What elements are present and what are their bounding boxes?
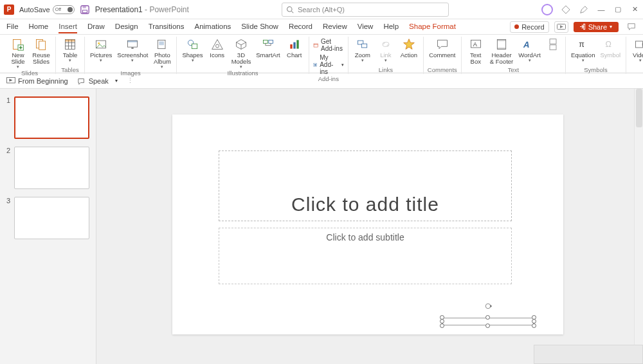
slide-thumbnail[interactable] xyxy=(14,96,89,139)
screenshot-button[interactable]: Screenshot▾ xyxy=(116,37,149,63)
document-title: Presentation1 - PowerPoint xyxy=(95,5,189,14)
tab-view[interactable]: View xyxy=(358,21,374,33)
maximize-button[interactable]: ▢ xyxy=(613,5,622,15)
my-addins-button[interactable]: My Add-ins▾ xyxy=(313,54,344,75)
shapes-button[interactable]: Shapes▾ xyxy=(181,37,204,63)
tab-animations[interactable]: Animations xyxy=(194,21,231,33)
comments-pane-icon[interactable] xyxy=(626,22,637,32)
svg-rect-35 xyxy=(269,40,273,43)
tab-shape-format[interactable]: Shape Format xyxy=(409,21,456,33)
slide-thumbnail[interactable] xyxy=(14,197,89,239)
svg-point-3 xyxy=(287,6,292,12)
from-beginning-button[interactable]: From Beginning xyxy=(6,77,68,85)
record-dot-icon xyxy=(514,24,519,29)
save-icon[interactable] xyxy=(80,5,90,15)
get-addins-button[interactable]: Get Add-ins xyxy=(313,38,344,52)
svg-rect-2 xyxy=(82,10,87,12)
smartart-button[interactable]: SmartArt xyxy=(255,37,281,59)
search-input[interactable]: Search (Alt+Q) xyxy=(282,3,449,17)
resize-handle[interactable] xyxy=(440,319,444,323)
wordart-button[interactable]: AWordArt▾ xyxy=(517,37,542,63)
svg-rect-14 xyxy=(39,41,46,50)
slide-canvas-area[interactable]: Click to add title Click to add subtitle xyxy=(96,89,643,364)
zoom-icon xyxy=(356,38,369,51)
svg-rect-48 xyxy=(497,40,505,42)
svg-rect-41 xyxy=(314,64,316,65)
text-box-button[interactable]: ATextBox xyxy=(466,37,486,66)
resize-handle[interactable] xyxy=(485,315,490,320)
chart-button[interactable]: Chart xyxy=(284,37,305,59)
thumb-number: 2 xyxy=(6,147,14,189)
tab-home[interactable]: Home xyxy=(29,21,49,33)
group-label: Comments xyxy=(428,66,457,74)
subtitle-placeholder[interactable]: Click to add subtitle xyxy=(219,228,512,284)
slide[interactable]: Click to add title Click to add subtitle xyxy=(172,114,563,334)
group-label: Slides xyxy=(21,69,38,77)
present-from-beginning-button[interactable] xyxy=(554,21,568,33)
new-slide-button[interactable]: NewSlide▾ xyxy=(8,37,28,69)
pictures-button[interactable]: Pictures▾ xyxy=(89,37,113,63)
text-more-button[interactable] xyxy=(545,37,561,52)
svg-point-31 xyxy=(215,44,219,48)
svg-rect-34 xyxy=(263,40,267,43)
close-button[interactable]: ✕ xyxy=(630,5,639,15)
share-button[interactable]: Share▾ xyxy=(574,22,619,32)
tab-design[interactable]: Design xyxy=(115,21,138,33)
tab-draw[interactable]: Draw xyxy=(87,21,105,33)
speak-button[interactable]: Speak▾ xyxy=(77,77,118,85)
photo-album-button[interactable]: PhotoAlbum▾ xyxy=(152,37,172,69)
diamond-icon[interactable] xyxy=(561,5,571,15)
tab-slide-show[interactable]: Slide Show xyxy=(241,21,278,33)
slide-thumbnail[interactable] xyxy=(14,147,89,189)
table-button[interactable]: Table▾ xyxy=(60,37,80,63)
action-icon xyxy=(403,38,415,51)
symbol-button[interactable]: ΩSymbol xyxy=(599,37,622,59)
autosave-state: Off xyxy=(55,7,61,12)
pictures-icon xyxy=(95,38,107,51)
resize-handle[interactable] xyxy=(485,323,490,328)
group-label: Add-ins xyxy=(318,75,339,83)
resize-handle[interactable] xyxy=(532,323,536,328)
group-text: ATextBox Header& Footer AWordArt▾ Text xyxy=(462,37,566,74)
slide-thumbnail-panel[interactable]: 123 xyxy=(0,89,96,364)
ribbon-tabs: FileHomeInsertDrawDesignTransitionsAnima… xyxy=(0,19,643,35)
table-icon xyxy=(64,38,77,51)
header-footer-button[interactable]: Header& Footer xyxy=(489,37,514,66)
svg-marker-7 xyxy=(560,25,563,28)
vertical-scrollbar[interactable] xyxy=(634,89,643,364)
tab-record[interactable]: Record xyxy=(289,21,312,33)
icons-button[interactable]: Icons xyxy=(207,37,228,59)
minimize-button[interactable]: — xyxy=(597,5,606,15)
svg-text:A: A xyxy=(473,41,478,48)
pen-icon[interactable] xyxy=(579,5,589,15)
equation-button[interactable]: πEquation▾ xyxy=(570,37,597,63)
3d-models-button[interactable]: 3DModels▾ xyxy=(230,37,253,69)
link-button[interactable]: Link▾ xyxy=(376,37,396,63)
action-button[interactable]: Action xyxy=(399,37,419,59)
title-placeholder[interactable]: Click to add title xyxy=(219,150,512,221)
tab-insert[interactable]: Insert xyxy=(59,21,77,33)
video-button[interactable]: Video▾ xyxy=(630,37,643,63)
autosave-label: AutoSave xyxy=(19,6,50,14)
tab-review[interactable]: Review xyxy=(323,21,347,33)
zoom-button[interactable]: Zoom▾ xyxy=(352,37,373,63)
tab-file[interactable]: File xyxy=(6,21,19,33)
smartart-icon xyxy=(262,38,275,51)
resize-handle[interactable] xyxy=(532,319,536,323)
svg-rect-27 xyxy=(159,42,164,45)
autosave-toggle[interactable]: Off xyxy=(53,5,75,14)
group-links: Zoom▾ Link▾ Action Links xyxy=(349,37,424,74)
group-symbols: πEquation▾ ΩSymbol Symbols xyxy=(566,37,626,74)
title-placeholder-text: Click to add title xyxy=(291,194,439,215)
selected-text-box[interactable] xyxy=(442,318,534,325)
svg-marker-62 xyxy=(9,78,12,81)
record-button[interactable]: Record xyxy=(510,21,548,33)
resize-handle[interactable] xyxy=(440,323,444,328)
link-icon xyxy=(379,38,392,51)
rotate-handle[interactable] xyxy=(484,302,492,310)
comment-button[interactable]: Comment xyxy=(428,37,457,59)
tab-transitions[interactable]: Transitions xyxy=(149,21,185,33)
account-avatar[interactable] xyxy=(541,4,553,15)
reuse-slides-button[interactable]: ReuseSlides xyxy=(31,37,51,66)
tab-help[interactable]: Help xyxy=(383,21,399,33)
